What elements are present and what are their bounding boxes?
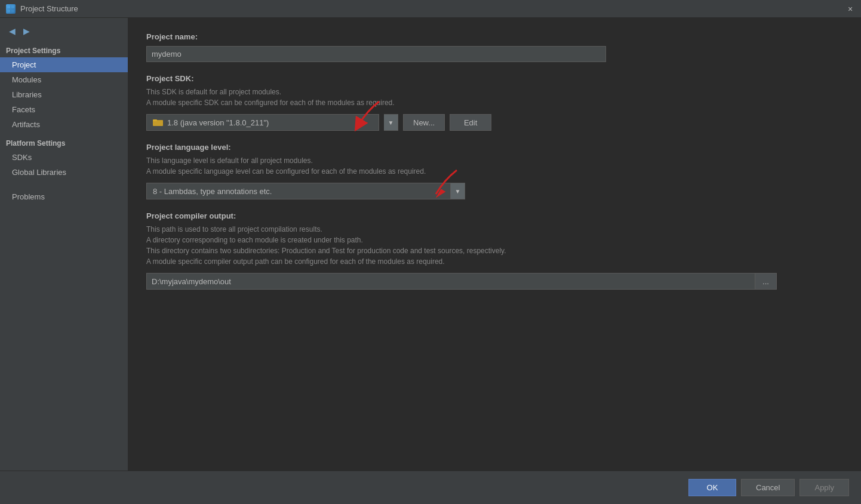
browse-button[interactable]: ... <box>755 273 777 290</box>
sidebar: ◀ ▶ Project Settings Project Modules Lib… <box>0 18 128 504</box>
ok-button[interactable]: OK <box>688 479 736 496</box>
sidebar-item-libraries[interactable]: Libraries <box>0 87 128 102</box>
project-name-input[interactable] <box>146 46 606 62</box>
svg-rect-1 <box>11 5 14 8</box>
project-settings-section-label: Project Settings <box>0 44 128 57</box>
project-sdk-label: Project SDK: <box>146 74 843 83</box>
sdk-edit-button[interactable]: Edit <box>450 114 491 131</box>
sdk-dropdown[interactable]: 1.8 (java version "1.8.0_211") <box>146 114 379 131</box>
compiler-output-input[interactable] <box>146 273 755 290</box>
sdk-dropdown-arrow[interactable]: ▼ <box>384 114 398 131</box>
nav-arrows: ◀ ▶ <box>0 23 128 44</box>
svg-rect-2 <box>7 10 10 13</box>
platform-settings-section-label: Platform Settings <box>0 137 128 150</box>
content-area: Project name: Project SDK: This SDK is d… <box>128 18 861 504</box>
sidebar-item-sdks[interactable]: SDKs <box>0 150 128 165</box>
project-lang-desc: This language level is default for all p… <box>146 155 843 177</box>
lang-dropdown-arrow[interactable]: ▼ <box>451 183 465 199</box>
cancel-button[interactable]: Cancel <box>741 479 795 496</box>
compiler-output-label: Project compiler output: <box>146 211 843 220</box>
project-sdk-section: Project SDK: This SDK is default for all… <box>146 74 843 131</box>
svg-rect-5 <box>153 119 157 121</box>
compiler-output-section: Project compiler output: This path is us… <box>146 211 843 290</box>
main-layout: ◀ ▶ Project Settings Project Modules Lib… <box>0 18 861 504</box>
project-lang-section: Project language level: This language le… <box>146 143 843 199</box>
project-name-label: Project name: <box>146 32 843 41</box>
folder-icon <box>153 118 164 127</box>
sdk-row: 1.8 (java version "1.8.0_211") ▼ New... … <box>146 114 843 131</box>
title-bar: Project Structure × <box>0 0 861 18</box>
compiler-output-desc: This path is used to store all project c… <box>146 224 843 267</box>
window-title: Project Structure <box>20 4 78 13</box>
project-sdk-desc: This SDK is default for all project modu… <box>146 87 843 108</box>
bottom-bar: OK Cancel Apply <box>0 471 861 504</box>
sidebar-item-problems[interactable]: Problems <box>0 189 128 204</box>
sidebar-item-global-libraries[interactable]: Global Libraries <box>0 165 128 180</box>
project-lang-label: Project language level: <box>146 143 843 152</box>
lang-dropdown[interactable]: 8 - Lambdas, type annotations etc. <box>146 183 451 199</box>
sidebar-item-modules[interactable]: Modules <box>0 72 128 87</box>
project-name-section: Project name: <box>146 32 843 62</box>
close-button[interactable]: × <box>845 4 855 14</box>
svg-rect-3 <box>11 10 14 13</box>
sidebar-item-project[interactable]: Project <box>0 57 128 72</box>
sdk-new-button[interactable]: New... <box>403 114 445 131</box>
lang-dropdown-wrapper: 8 - Lambdas, type annotations etc. ▼ <box>146 183 843 199</box>
compiler-output-row: ... <box>146 273 843 290</box>
app-icon <box>6 4 16 14</box>
sidebar-item-facets[interactable]: Facets <box>0 102 128 117</box>
title-bar-left: Project Structure <box>6 4 78 14</box>
nav-forward-button[interactable]: ▶ <box>20 25 32 37</box>
nav-back-button[interactable]: ◀ <box>6 25 18 37</box>
svg-rect-0 <box>7 5 10 8</box>
apply-button[interactable]: Apply <box>799 479 849 496</box>
sidebar-item-artifacts[interactable]: Artifacts <box>0 117 128 132</box>
